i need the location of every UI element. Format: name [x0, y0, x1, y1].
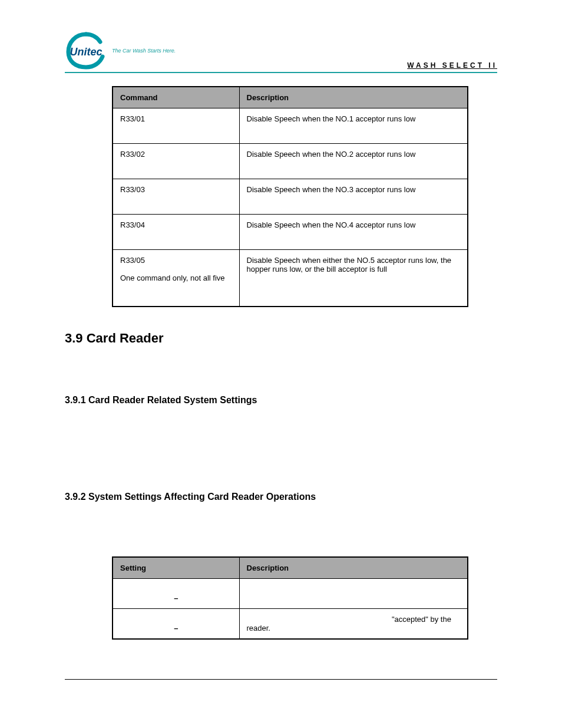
cell: Disable Speech when either the NO.5 acce…	[239, 250, 468, 307]
page-footer: Document # Page #	[65, 679, 497, 693]
commands-table: Command Description R33/01 Disable Speec…	[112, 86, 468, 307]
table-row: R33/05 One command only, not all five Di…	[113, 250, 468, 307]
footer-divider	[65, 679, 497, 680]
dash-icon: –	[120, 594, 232, 602]
table-row: R33/04 Disable Speech when the NO.4 acce…	[113, 215, 468, 250]
table-row: R33/02 Disable Speech when the NO.2 acce…	[113, 144, 468, 179]
header-title: WASH SELECT II	[407, 61, 497, 71]
table-row: Card types – (Mandatory) – Tells the uni…	[113, 609, 468, 640]
cell: Disable Speech when the NO.1 acceptor ru…	[239, 108, 468, 144]
cell-text: Credit mode – (Mandatory)	[120, 585, 211, 594]
cell: Tells the unit what types of cards are t…	[239, 609, 468, 640]
table-header: Description	[239, 87, 468, 108]
body-paragraph: Before you can use the credit option on …	[65, 513, 497, 536]
cell: Disable Speech when the NO.2 acceptor ru…	[239, 144, 468, 179]
table-row: Credit mode – (Mandatory) – Enables the …	[113, 579, 468, 609]
cell: Disable Speech when the NO.3 acceptor ru…	[239, 179, 468, 215]
section-heading-3-9: 3.9 Card Reader	[65, 331, 497, 346]
cell: Enables the card reader function by tell…	[239, 579, 468, 609]
logo-text: Unitec	[70, 46, 102, 58]
table-row: R33/01 Disable Speech when the NO.1 acce…	[113, 108, 468, 144]
settings-table: Setting Description Credit mode – (Manda…	[112, 556, 468, 640]
table-header: Description	[239, 557, 468, 579]
cell-text: Card types – (Mandatory)	[120, 615, 207, 624]
logo-tagline: The Car Wash Starts Here.	[112, 48, 176, 54]
body-paragraph: This table is provided as a tool that wi…	[65, 447, 497, 470]
cell: R33/04	[113, 215, 239, 250]
body-paragraph: The system settings in the table below a…	[65, 416, 497, 439]
table-caption: Table 36. Settings Affecting Card Reader…	[112, 544, 468, 553]
logo-area: Unitec The Car Wash Starts Here.	[65, 31, 176, 71]
table-row: R33/03 Disable Speech when the NO.3 acce…	[113, 179, 468, 215]
cell: Credit mode – (Mandatory) –	[113, 579, 239, 609]
page-header: Unitec The Car Wash Starts Here. WASH SE…	[65, 28, 497, 71]
cell: R33/02	[113, 144, 239, 179]
table-header: Setting	[113, 557, 239, 579]
table-header: Command	[113, 87, 239, 108]
body-paragraph: This section explains the functions of t…	[65, 363, 497, 374]
dash-icon: –	[120, 624, 232, 633]
cell: R33/01	[113, 108, 239, 144]
header-divider	[65, 72, 497, 73]
cell: R33/05 One command only, not all five	[113, 250, 239, 307]
footer-left: Document #	[65, 686, 100, 693]
section-heading-3-9-1: 3.9.1 Card Reader Related System Setting…	[65, 395, 497, 406]
cell: Card types – (Mandatory) –	[113, 609, 239, 640]
cell: Disable Speech when the NO.4 acceptor ru…	[239, 215, 468, 250]
footer-right: Page #	[477, 686, 497, 693]
cell-text: Enables the card reader function by tell…	[247, 585, 452, 602]
section-heading-3-9-2: 3.9.2 System Settings Affecting Card Rea…	[65, 492, 497, 502]
cell-text: Tells the unit what types of cards are t…	[247, 615, 392, 624]
cell: R33/03	[113, 179, 239, 215]
unitec-logo-icon: Unitec	[65, 31, 107, 71]
